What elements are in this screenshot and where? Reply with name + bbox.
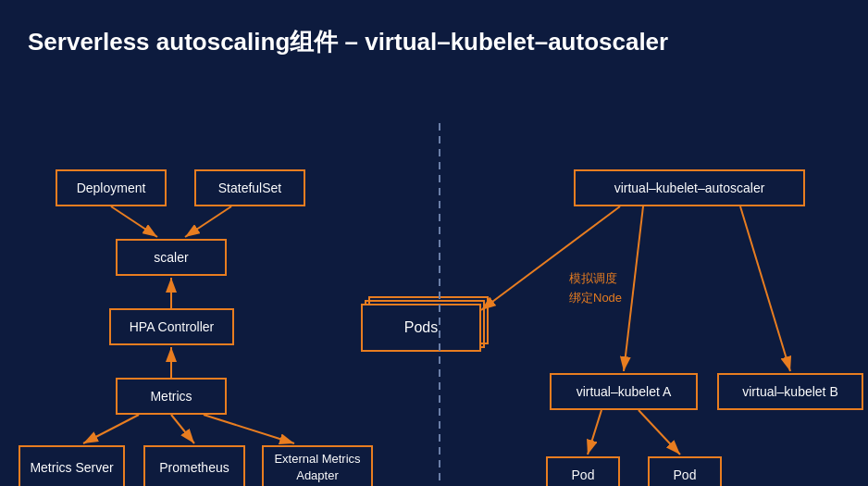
svg-line-7 — [171, 415, 194, 443]
metrics-box: Metrics — [116, 378, 227, 415]
svg-line-10 — [740, 206, 790, 371]
scaler-box: scaler — [116, 239, 227, 276]
metrics-server-box: Metrics Server — [19, 445, 125, 486]
svg-line-9 — [624, 206, 643, 371]
svg-line-3 — [185, 206, 231, 237]
pod-front: Pods — [361, 304, 481, 352]
statefulset-box: StatefulSet — [194, 169, 305, 206]
hpa-box: HPA Controller — [109, 308, 234, 345]
svg-line-2 — [111, 206, 157, 237]
diagram-container: Deployment StatefulSet scaler HPA Contro… — [0, 68, 868, 486]
svg-line-13 — [639, 410, 680, 455]
svg-line-12 — [588, 410, 601, 455]
chinese-label: 模拟调度 绑定Node — [569, 269, 622, 308]
vka-box: virtual–kubelet–autoscaler — [574, 169, 805, 206]
external-metrics-label: External MetricsAdapter — [262, 445, 373, 486]
vk-b-box: virtual–kubelet B — [717, 373, 863, 410]
svg-line-8 — [204, 415, 294, 443]
vk-a-box: virtual–kubelet A — [550, 373, 698, 410]
prometheus-box: Prometheus — [143, 445, 245, 486]
deployment-box: Deployment — [56, 169, 167, 206]
svg-line-6 — [83, 415, 139, 443]
title: Serverless autoscaling组件 – virtual–kubel… — [0, 0, 868, 58]
arrows-svg — [0, 68, 868, 486]
pod-a-box: Pod — [546, 456, 620, 486]
pod-b-box: Pod — [648, 456, 722, 486]
